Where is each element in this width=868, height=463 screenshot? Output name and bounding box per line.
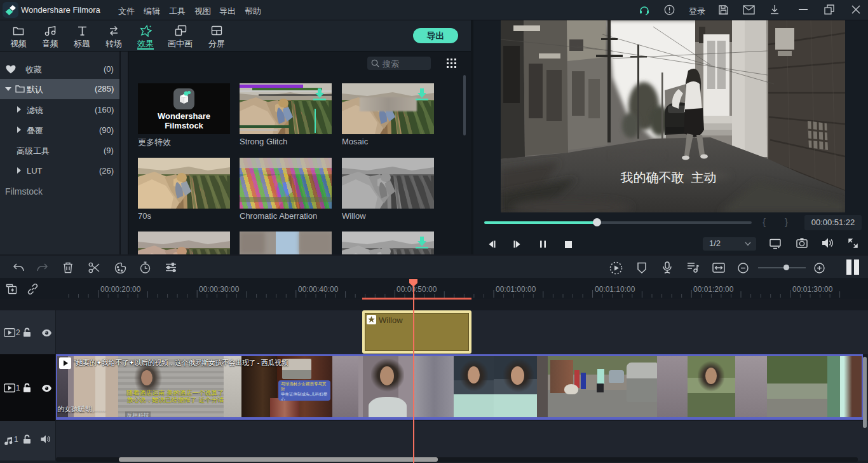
svg-text:我的确不敢 主动: 我的确不敢 主动 <box>620 170 716 184</box>
